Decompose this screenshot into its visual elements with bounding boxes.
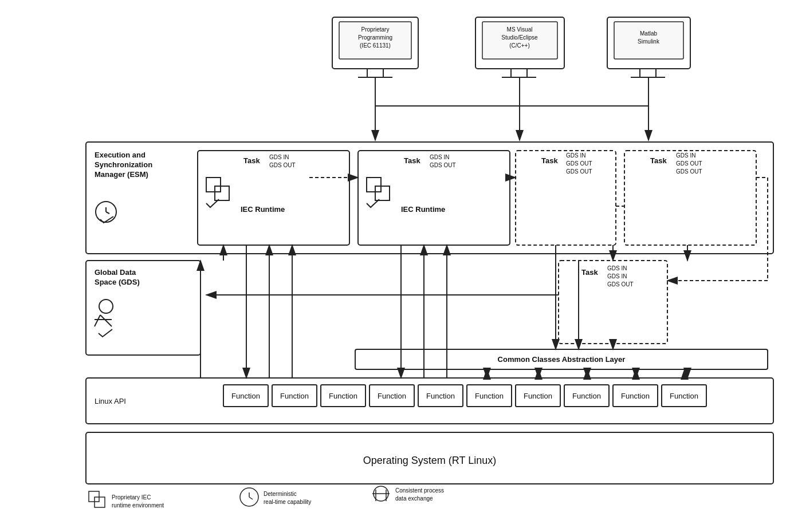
svg-text:IEC Runtime: IEC Runtime (241, 205, 285, 214)
svg-text:Operating System (RT Linux): Operating System (RT Linux) (363, 455, 496, 466)
svg-text:Function: Function (475, 392, 504, 400)
svg-text:Function: Function (524, 392, 552, 400)
svg-text:Global Data: Global Data (95, 268, 136, 277)
svg-text:Task: Task (650, 156, 667, 165)
svg-text:Programming: Programming (358, 34, 392, 41)
svg-text:Task: Task (581, 268, 598, 277)
svg-text:Matlab: Matlab (640, 30, 657, 37)
svg-text:GDS OUT: GDS OUT (430, 162, 456, 168)
svg-text:Space (GDS): Space (GDS) (95, 278, 140, 286)
svg-text:GDS IN: GDS IN (269, 154, 289, 160)
svg-text:Deterministic: Deterministic (264, 491, 297, 497)
svg-text:GDS OUT: GDS OUT (607, 281, 634, 287)
svg-text:runtime environment: runtime environment (112, 502, 164, 509)
svg-line-136 (249, 497, 253, 499)
svg-text:(C/C++): (C/C++) (509, 42, 530, 49)
diagram-container: Proprietary Programming (IEC 61131) MS V… (0, 0, 794, 532)
svg-text:Function: Function (670, 392, 698, 400)
svg-text:MS Visual: MS Visual (507, 26, 533, 33)
svg-text:Execution and: Execution and (95, 151, 146, 159)
svg-text:real-time capability: real-time capability (264, 499, 311, 505)
svg-rect-130 (89, 491, 99, 502)
svg-text:GDS OUT: GDS OUT (269, 162, 296, 168)
svg-text:Task: Task (243, 156, 260, 165)
svg-text:(IEC 61131): (IEC 61131) (360, 42, 391, 49)
svg-text:Function: Function (572, 392, 601, 400)
svg-text:Manager (ESM): Manager (ESM) (95, 170, 148, 179)
svg-text:Task: Task (541, 156, 558, 165)
svg-text:Studio/Eclipse: Studio/Eclipse (501, 34, 538, 41)
svg-text:Simulink: Simulink (638, 38, 660, 45)
svg-text:Function: Function (280, 392, 309, 400)
svg-text:GDS OUT: GDS OUT (566, 160, 592, 167)
svg-text:GDS IN: GDS IN (566, 152, 585, 159)
svg-text:Task: Task (404, 156, 420, 165)
svg-text:Consistent process: Consistent process (395, 487, 444, 494)
svg-text:IEC Runtime: IEC Runtime (401, 205, 445, 214)
svg-text:Proprietary: Proprietary (361, 26, 390, 33)
svg-text:GDS IN: GDS IN (607, 265, 627, 271)
svg-text:Linux API: Linux API (95, 397, 126, 405)
svg-text:GDS IN: GDS IN (676, 152, 695, 159)
svg-text:GDS OUT: GDS OUT (676, 160, 702, 167)
svg-text:GDS OUT: GDS OUT (676, 168, 702, 175)
svg-text:Proprietary IEC: Proprietary IEC (112, 494, 151, 501)
svg-text:GDS OUT: GDS OUT (566, 168, 592, 175)
svg-text:Function: Function (378, 392, 406, 400)
svg-text:Function: Function (621, 392, 650, 400)
svg-text:Function: Function (329, 392, 357, 400)
svg-text:data exchange: data exchange (395, 495, 433, 502)
svg-text:GDS IN: GDS IN (430, 154, 449, 160)
svg-rect-131 (95, 497, 105, 507)
svg-text:Function: Function (426, 392, 455, 400)
svg-text:Synchronization: Synchronization (95, 160, 152, 169)
svg-text:Common Classes Abstraction Lay: Common Classes Abstraction Layer (498, 355, 626, 364)
svg-text:GDS IN: GDS IN (607, 273, 627, 279)
svg-text:Function: Function (231, 392, 260, 400)
